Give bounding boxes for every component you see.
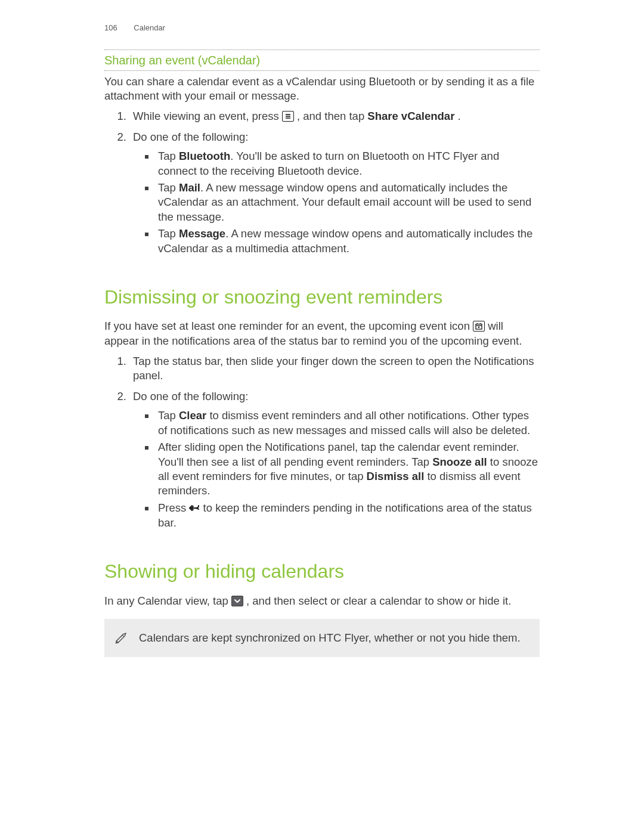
section-title: Showing or hiding calendars [104,559,540,584]
chapter-name: Calendar [134,23,165,32]
bold-text: Snooze all [432,456,487,468]
bold-text: Dismiss all [367,470,425,482]
text-part: . A new message window opens and automat… [158,181,531,223]
subsection-title: Sharing an event (vCalendar) [104,50,540,70]
note-text: Calendars are kept synchronized on HTC F… [139,631,529,645]
bullet-list: Tap Clear to dismiss event reminders and… [156,408,540,530]
text-part: In any Calendar view, tap [104,594,231,607]
body-text: If you have set at least one reminder fo… [104,319,540,348]
text-part: . [457,110,460,122]
text-part: Tap [158,181,179,194]
text-part: Tap [158,227,179,240]
list-item: Press to keep the reminders pending in t… [156,501,540,531]
page-header: 106 Calendar [104,23,540,33]
list-item: Tap Message. A new message window opens … [156,227,540,256]
list-item: Tap Clear to dismiss event reminders and… [156,408,540,438]
bold-text: Mail [179,181,200,194]
text-part: Tap the status bar, then slide your fing… [133,355,534,382]
page-number: 106 [104,23,117,32]
bold-text: Clear [179,409,206,422]
text-part: Do one of the following: [133,131,248,143]
text-part: If you have set at least one reminder fo… [104,320,473,332]
text-part: Do one of the following: [133,390,248,402]
list-item: Tap the status bar, then slide your fing… [129,354,540,383]
list-item: Tap Mail. A new message window opens and… [156,181,540,224]
list-item: Do one of the following: Tap Bluetooth. … [129,130,540,256]
section-title: Dismissing or snoozing event reminders [104,284,540,309]
text-part: While viewing an event, press [133,110,282,122]
svg-rect-7 [478,327,479,329]
text-part: Tap [158,409,179,422]
list-item: Tap Bluetooth. You'll be asked to turn o… [156,149,540,178]
calendar-event-icon [473,321,485,332]
body-text: You can share a calendar event as a vCal… [104,75,540,104]
list-item: Do one of the following: Tap Clear to di… [129,389,540,531]
menu-icon [282,111,294,122]
pen-icon [113,630,129,646]
text-part: Press [158,501,189,514]
action-name: Share vCalendar [367,110,454,122]
text-part: to dismiss event reminders and all other… [158,409,530,436]
numbered-list: Tap the status bar, then slide your fing… [129,354,540,530]
text-part: , and then select or clear a calendar to… [246,594,511,607]
body-text: In any Calendar view, tap , and then sel… [104,594,540,608]
divider [104,70,540,71]
svg-line-8 [122,635,124,637]
numbered-list: While viewing an event, press , and then… [129,109,540,256]
bold-text: Message [179,227,225,240]
bold-text: Bluetooth [179,150,230,162]
list-item: While viewing an event, press , and then… [129,109,540,123]
text-part: to keep the reminders pending in the not… [158,501,532,529]
chevron-down-icon [231,596,243,606]
text-part: , and then tap [297,110,367,122]
note-box: Calendars are kept synchronized on HTC F… [104,619,540,657]
text-part: Tap [158,150,179,162]
back-arrow-icon [189,501,200,516]
list-item: After sliding open the Notifications pan… [156,440,540,498]
bullet-list: Tap Bluetooth. You'll be asked to turn o… [156,149,540,256]
